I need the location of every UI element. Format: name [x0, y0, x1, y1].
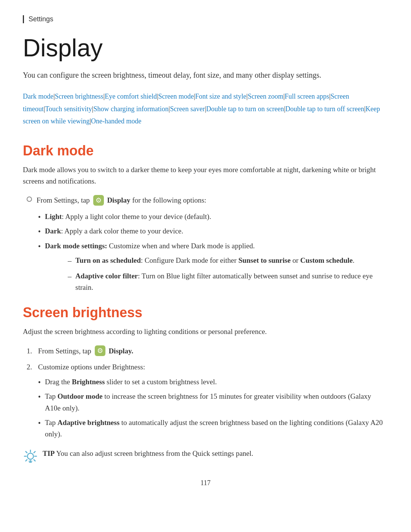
svg-point-0: [27, 453, 33, 459]
nav-link-double-tap-off[interactable]: Double tap to turn off screen: [285, 105, 364, 113]
list-item: Tap Adaptive brightness to automatically…: [38, 417, 388, 440]
svg-line-7: [34, 451, 35, 453]
settings-icon-display-2: [95, 345, 105, 356]
svg-line-6: [34, 460, 35, 461]
nav-link-double-tap-on[interactable]: Double tap to turn on screen: [206, 105, 284, 113]
nav-link-eye-comfort[interactable]: Eye comfort shield: [105, 93, 157, 100]
section-title-screen-brightness: Screen brightness: [23, 305, 388, 321]
nav-link-screen-mode[interactable]: Screen mode: [158, 93, 194, 100]
nav-link-dark-mode[interactable]: Dark mode: [23, 93, 53, 100]
list-item: Turn on as scheduled: Configure Dark mod…: [68, 255, 388, 266]
list-item: From Settings, tap Display.: [27, 345, 388, 357]
page-number: 117: [23, 479, 388, 487]
brightness-sub-options: Drag the Brightness slider to set a cust…: [38, 376, 388, 440]
nav-link-touch-sensitivity[interactable]: Touch sensitivity: [45, 105, 92, 113]
nav-link-screen-brightness[interactable]: Screen brightness: [55, 93, 103, 100]
svg-line-8: [26, 460, 27, 461]
list-item: Adaptive color filter: Turn on Blue ligh…: [68, 270, 388, 294]
page-title: Display: [23, 35, 388, 61]
nav-link-screen-saver[interactable]: Screen saver: [170, 105, 205, 113]
dark-mode-settings-sub: Turn on as scheduled: Configure Dark mod…: [68, 255, 388, 293]
list-item: Dark mode settings: Customize when and w…: [38, 240, 388, 294]
screen-brightness-steps: From Settings, tap Display. Customize op…: [27, 345, 388, 440]
tip-icon: [23, 449, 38, 464]
list-item: Tap Outdoor mode to increase the screen …: [38, 391, 388, 414]
page-intro: You can configure the screen brightness,…: [23, 69, 388, 81]
nav-links[interactable]: Dark mode|Screen brightness|Eye comfort …: [23, 90, 388, 127]
screen-brightness-intro: Adjust the screen brightness according t…: [23, 326, 388, 337]
list-item: Light: Apply a light color theme to your…: [38, 211, 388, 222]
section-title-dark-mode: Dark mode: [23, 143, 388, 159]
breadcrumb: Settings: [23, 15, 388, 23]
nav-link-show-charging[interactable]: Show charging information: [93, 105, 169, 113]
svg-line-5: [26, 451, 27, 453]
nav-link-screen-zoom[interactable]: Screen zoom: [248, 93, 283, 100]
list-item: Drag the Brightness slider to set a cust…: [38, 376, 388, 388]
dark-mode-bullet-text: From Settings, tap Display for the follo…: [37, 195, 206, 206]
tip-text: TIP You can also adjust screen brightnes…: [43, 448, 253, 459]
dark-mode-intro: Dark mode allows you to switch to a dark…: [23, 164, 388, 187]
list-item: Dark: Apply a dark color theme to your d…: [38, 225, 388, 237]
tip-label: TIP: [43, 449, 55, 457]
list-item: Customize options under Brightness: Drag…: [27, 361, 388, 440]
settings-icon-display: [93, 195, 104, 206]
tip-box: TIP You can also adjust screen brightnes…: [23, 448, 388, 464]
nav-link-one-handed[interactable]: One-handed mode: [91, 117, 141, 125]
nav-link-full-screen[interactable]: Full screen apps: [285, 93, 329, 100]
nav-link-font-size[interactable]: Font size and style: [195, 93, 246, 100]
circle-bullet-icon: [27, 197, 32, 202]
dark-mode-options-list: Light: Apply a light color theme to your…: [38, 211, 388, 293]
dark-mode-from-settings: From Settings, tap Display for the follo…: [27, 195, 388, 206]
